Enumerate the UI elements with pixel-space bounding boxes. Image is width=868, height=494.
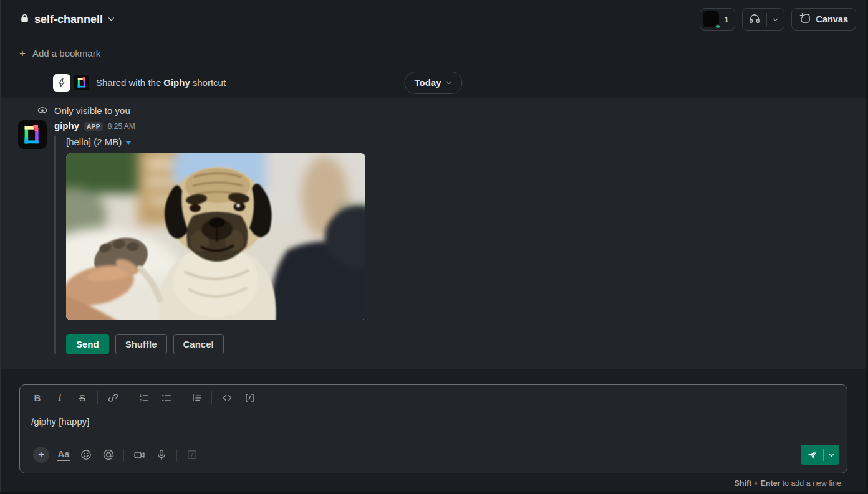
shuffle-button[interactable]: Shuffle xyxy=(115,334,167,354)
blockquote-icon xyxy=(191,392,203,404)
message-composer: B I S 12 xyxy=(19,384,847,473)
giphy-app-icon xyxy=(74,75,89,90)
eye-icon xyxy=(37,105,48,116)
blockquote-button[interactable] xyxy=(186,389,206,406)
text-format-toggle[interactable]: Aa xyxy=(54,446,73,463)
visibility-note: Only visible to you xyxy=(37,103,866,117)
link-icon xyxy=(107,392,119,404)
code-button[interactable] xyxy=(217,389,237,406)
channel-title-button[interactable]: self-channell xyxy=(19,11,120,29)
app-badge: APP xyxy=(84,122,103,131)
chevron-down-icon xyxy=(828,452,835,458)
svg-text:2: 2 xyxy=(139,398,142,402)
cancel-button[interactable]: Cancel xyxy=(173,334,224,354)
italic-button[interactable]: I xyxy=(50,389,70,406)
message: giphy APP 8:25 AM [hello] (2 MB) xyxy=(1,120,866,354)
timestamp[interactable]: 8:25 AM xyxy=(108,122,135,131)
add-bookmark-label: Add a bookmark xyxy=(32,48,100,59)
shortcut-lightning-icon xyxy=(53,74,70,92)
ephemeral-content: [hello] (2 MB) xyxy=(54,136,866,354)
newline-hint: Shift + Enter to add a new line xyxy=(19,473,847,493)
hint-text: to add a new line xyxy=(782,479,841,488)
paper-plane-icon xyxy=(807,450,817,460)
attach-button[interactable]: + xyxy=(32,446,51,463)
headphones-icon xyxy=(748,12,761,27)
video-icon xyxy=(133,449,146,462)
divider xyxy=(97,391,98,404)
member-count: 1 xyxy=(724,15,728,24)
canvas-label: Canvas xyxy=(816,14,848,24)
channel-header: self-channell 1 xyxy=(1,0,866,39)
link-button[interactable] xyxy=(103,389,123,406)
message-input[interactable]: /giphy [happy] xyxy=(20,410,847,442)
visibility-note-label: Only visible to you xyxy=(54,105,130,116)
presence-dot xyxy=(715,24,721,29)
bullet-list-icon xyxy=(160,392,172,404)
huddle-caret-button[interactable] xyxy=(767,9,784,30)
slash-commands-button[interactable] xyxy=(183,446,201,463)
hint-shortcut: Shift + Enter xyxy=(735,479,781,488)
divider xyxy=(211,391,212,404)
gif-preview-image[interactable] xyxy=(66,153,365,320)
attachment-title[interactable]: [hello] (2 MB) xyxy=(66,136,866,147)
ordered-list-button[interactable]: 12 xyxy=(133,389,153,406)
sender-name[interactable]: giphy xyxy=(54,120,79,131)
text-format-label: Aa xyxy=(57,449,69,461)
banner-app-name: Giphy xyxy=(163,77,190,88)
send-message-button[interactable] xyxy=(801,445,823,465)
video-button[interactable] xyxy=(130,446,148,463)
message-pane: Only visible to you giphy APP 8:25 AM [h… xyxy=(1,98,866,369)
svg-text:1: 1 xyxy=(139,393,142,397)
member-avatar xyxy=(703,11,719,27)
plus-icon: + xyxy=(33,447,49,463)
strikethrough-button[interactable]: S xyxy=(72,389,92,406)
bullet-list-button[interactable] xyxy=(156,389,176,406)
chevron-down-icon xyxy=(446,79,453,86)
divider xyxy=(123,449,124,461)
bookmark-bar: + Add a bookmark xyxy=(1,39,866,67)
plus-icon: + xyxy=(19,48,26,59)
message-body: giphy APP 8:25 AM [hello] (2 MB) xyxy=(54,120,866,354)
slack-window: self-channell 1 xyxy=(0,0,866,492)
banner-prefix: Shared with the xyxy=(96,77,161,88)
composer-area: B I S 12 xyxy=(1,369,866,493)
huddle-button[interactable] xyxy=(743,9,766,30)
message-header: giphy APP 8:25 AM xyxy=(54,120,866,134)
attachment-caret-icon[interactable] xyxy=(125,141,132,145)
emoji-button[interactable] xyxy=(77,446,95,463)
header-actions: 1 Canvas xyxy=(700,8,856,31)
divider xyxy=(176,449,177,461)
audio-button[interactable] xyxy=(152,446,171,463)
send-button-group xyxy=(801,445,839,465)
ordered-list-icon: 12 xyxy=(138,392,150,404)
date-label: Today xyxy=(414,77,441,88)
chevron-down-icon xyxy=(772,16,779,23)
code-block-icon xyxy=(244,392,256,404)
banner-suffix: shortcut xyxy=(193,77,226,88)
code-block-button[interactable] xyxy=(239,389,259,406)
mention-button[interactable] xyxy=(99,446,118,463)
canvas-icon xyxy=(799,12,811,26)
slash-command-icon xyxy=(186,449,198,461)
shortcut-banner: Shared with theGiphyshortcut Today xyxy=(1,67,866,98)
send-options-button[interactable] xyxy=(824,445,839,465)
divider xyxy=(128,391,128,404)
canvas-button[interactable]: Canvas xyxy=(791,8,856,31)
mention-icon xyxy=(102,449,115,461)
banner-text: Shared with theGiphyshortcut xyxy=(96,77,226,88)
lock-icon xyxy=(19,13,30,26)
composer-toolbar: + Aa xyxy=(20,442,847,473)
add-bookmark-button[interactable]: + Add a bookmark xyxy=(19,48,100,59)
huddle-button-group xyxy=(742,8,784,31)
code-icon xyxy=(221,392,233,404)
divider xyxy=(181,391,181,404)
members-button[interactable]: 1 xyxy=(700,8,735,31)
attachment-label: [hello] (2 MB) xyxy=(66,136,122,147)
send-button[interactable]: Send xyxy=(66,334,109,354)
emoji-icon xyxy=(80,449,92,461)
bold-button[interactable]: B xyxy=(27,389,47,406)
date-divider-button[interactable]: Today xyxy=(404,72,462,94)
channel-name: self-channell xyxy=(34,13,103,26)
giphy-avatar[interactable] xyxy=(18,120,47,149)
gif-actions: Send Shuffle Cancel xyxy=(66,334,866,354)
